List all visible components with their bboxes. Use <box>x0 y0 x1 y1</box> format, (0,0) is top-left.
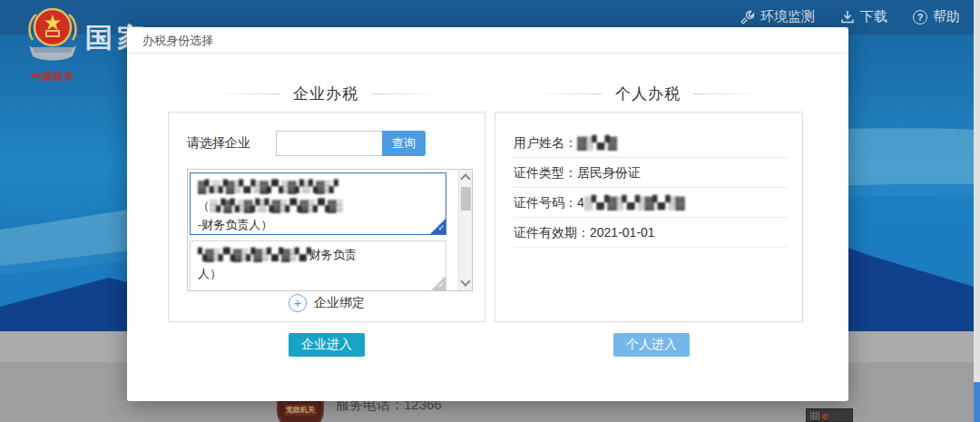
role-text: -财务负责人） <box>198 218 272 231</box>
selected-check-corner: ✓ <box>430 219 446 234</box>
enterprise-search-input[interactable] <box>276 131 382 156</box>
divider-line <box>693 93 768 94</box>
menu-item-download[interactable]: 下载 <box>840 8 887 25</box>
menu-item-help[interactable]: ? 帮助 <box>913 8 960 25</box>
scroll-up-icon[interactable] <box>460 173 470 183</box>
wrench-icon <box>740 10 755 25</box>
download-icon <box>840 10 855 25</box>
check-icon: ✓ <box>437 280 445 290</box>
unselected-check-corner: ✓ <box>430 276 446 291</box>
role-text: 人） <box>198 267 221 280</box>
enterprise-listbox: ▓▚▒▞▓▒▚▞▒▓▞▚▒▓▞▒▚▓▒▞ （▒▞▓▚▒▓▞▒▚▓▒▞▚▓▒▞▚▓… <box>187 169 473 291</box>
enterprise-enter-button[interactable]: 企业进入 <box>289 333 365 357</box>
info-row-username: 用户姓名：▓▒▚▞▓ <box>514 128 788 158</box>
enterprise-section-title: 企业办税 <box>293 83 358 104</box>
enterprise-bind-link[interactable]: + 企业绑定 <box>169 294 485 312</box>
divider-line <box>528 93 603 94</box>
info-value: 4 <box>577 195 584 210</box>
personal-info-rows: 用户姓名：▓▒▚▞▓ 证件类型：居民身份证 证件号码：4▒▚▞▓▒▚▞▒▓▚▞▒… <box>514 128 788 248</box>
enterprise-list-item[interactable]: ▚▓▒▞▚▓▒▞▓▒▚▞▓▒▚▞财务负责 人） ✓ <box>190 240 446 291</box>
government-badge-label: 党政机关 <box>284 404 317 416</box>
menu-label: 下载 <box>860 8 887 25</box>
info-label: 用户姓名： <box>514 135 577 150</box>
select-enterprise-label: 请选择企业 <box>187 135 250 152</box>
tax-administration-logo: 中国税务 <box>20 5 85 83</box>
page-scrollbar[interactable] <box>974 0 980 422</box>
enterprise-list-item-selected[interactable]: ▓▚▒▞▓▒▚▞▒▓▞▚▒▓▞▒▚▓▒▞ （▒▞▓▚▒▓▞▒▚▓▒▞▚▓▒▞▚▓… <box>190 172 446 235</box>
info-label: 证件类型： <box>514 165 577 180</box>
redacted-text: ▒▚▞▓▒▚▞▒▓▚▞▒▓ <box>584 195 683 210</box>
redacted-text: ▚▓▒▞▚▓▒▞▓▒▚▞▓▒▚▞ <box>198 248 309 261</box>
enterprise-section-header: 企业办税 <box>206 80 446 107</box>
role-text: 财务负责 <box>309 248 357 261</box>
certification-badge: e <box>806 408 853 422</box>
personal-panel: 用户姓名：▓▒▚▞▓ 证件类型：居民身份证 证件号码：4▒▚▞▓▒▚▞▒▓▚▞▒… <box>495 112 803 322</box>
page-scrollbar-thumb[interactable] <box>974 382 980 422</box>
enterprise-panel: 请选择企业 查询 ▓▚▒▞▓▒▚▞▒▓▞▚▒▓▞▒▚▓▒▞ （▒▞▓▚▒▓▞▒▚… <box>168 112 485 322</box>
enterprise-bind-label: 企业绑定 <box>314 295 365 311</box>
redacted-text: ▒▞▓▚▒▓▞▒▚▓▒▞▚▓▒▞▚▓▒ <box>210 199 341 212</box>
dialog-title: 办税身份选择 <box>127 27 848 54</box>
search-button[interactable]: 查询 <box>382 131 426 156</box>
top-menu: 环境监测 下载 ? 帮助 <box>740 8 960 25</box>
info-label: 证件号码： <box>514 195 577 210</box>
info-row-id-number: 证件号码：4▒▚▞▓▒▚▞▒▓▚▞▒▓ <box>514 188 788 218</box>
help-icon: ? <box>913 10 927 25</box>
menu-label: 帮助 <box>933 8 960 25</box>
badge-red-icon: e <box>822 411 828 420</box>
info-row-id-type: 证件类型：居民身份证 <box>514 158 788 188</box>
scroll-down-icon[interactable] <box>460 276 470 286</box>
info-value: 2021-01-01 <box>590 225 655 240</box>
info-value: 居民身份证 <box>577 165 641 180</box>
personal-section-header: 个人办税 <box>528 80 768 107</box>
tax-emblem-icon <box>24 5 82 65</box>
divider-line <box>371 93 446 94</box>
redacted-text: ▓▚▒▞▓▒▚▞▒▓▞▚▒▓▞▒▚▓▒▞ <box>198 180 337 193</box>
personal-enter-button[interactable]: 个人进入 <box>613 333 690 357</box>
info-label: 证件有效期： <box>514 225 590 240</box>
list-scrollbar-thumb[interactable] <box>461 187 471 211</box>
menu-label: 环境监测 <box>760 8 815 25</box>
logo-caption: 中国税务 <box>19 70 86 83</box>
info-row-id-validity: 证件有效期：2021-01-01 <box>514 218 788 248</box>
paren-text: （ <box>198 199 210 212</box>
list-scrollbar[interactable] <box>458 170 472 290</box>
check-icon: ✓ <box>437 222 445 233</box>
badge-dots-icon <box>810 411 819 419</box>
redacted-text: ▓▒▚▞▓ <box>577 135 615 150</box>
divider-line <box>206 93 280 94</box>
enterprise-search-row: 请选择企业 查询 <box>169 131 485 156</box>
menu-item-environment-monitor[interactable]: 环境监测 <box>740 8 815 25</box>
plus-circle-icon: + <box>289 294 307 312</box>
page: 中国税务 国家 环境监测 下载 ? 帮助 党政机关 服务电话：12366 <box>0 0 980 422</box>
personal-section-title: 个人办税 <box>615 83 681 104</box>
identity-select-dialog: 办税身份选择 企业办税 个人办税 请选择企业 查询 ▓▚▒▞▓▒▚▞▒▓▞▚▒▓… <box>127 27 848 401</box>
